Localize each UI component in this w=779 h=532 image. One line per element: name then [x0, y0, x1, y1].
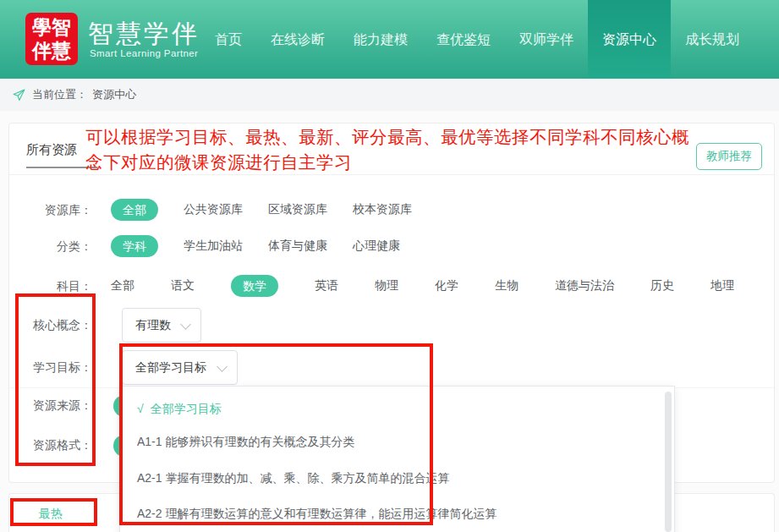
core-concept-value: 有理数 [135, 309, 171, 342]
nav-item-strength-review[interactable]: 查优鉴短 [422, 0, 505, 79]
core-concept-select[interactable]: 有理数 [122, 308, 201, 343]
chevron-down-icon [217, 361, 228, 372]
category-option-student-station[interactable]: 学生加油站 [184, 239, 243, 254]
nav-item-online-diagnosis[interactable]: 在线诊断 [256, 0, 339, 79]
filter-row-subject: 科目： 全部 语文 数学 英语 物理 化学 生物 道德与法治 历史 地理 [9, 274, 774, 298]
subject-options: 全部 语文 数学 英语 物理 化学 生物 道德与法治 历史 地理 [111, 274, 734, 298]
chevron-down-icon [180, 319, 191, 330]
subject-option-chinese[interactable]: 语文 [171, 278, 195, 293]
nav-item-resource-center[interactable]: 资源中心 [588, 0, 671, 79]
subject-option-history[interactable]: 历史 [650, 278, 674, 293]
nav-item-home[interactable]: 首页 [200, 0, 256, 79]
subject-option-geography[interactable]: 地理 [710, 278, 734, 293]
subject-option-biology[interactable]: 生物 [495, 278, 518, 293]
learning-goal-select[interactable]: 全部学习目标 [122, 350, 238, 385]
annotation-note-text: 可以根据学习目标、最热、最新、评分最高、最优等选择不同学科不同核心概念下对应的微… [85, 124, 696, 175]
nav-item-ability-modeling[interactable]: 能力建模 [339, 0, 422, 79]
dropdown-option-label: A2-2 理解有理数运算的意义和有理数运算律，能运用运算律简化运算 [137, 507, 496, 520]
resource-format-label: 资源格式： [9, 433, 92, 457]
breadcrumb-current: 资源中心 [92, 87, 136, 102]
resource-source-label: 资源来源： [9, 393, 92, 417]
learning-goal-label: 学习目标： [9, 355, 92, 379]
sort-tab-hot[interactable]: 最热 [39, 507, 63, 522]
app-logo-seal[interactable]: 學智 伴慧 [25, 13, 78, 65]
category-options: 学科 学生加油站 体育与健康 心理健康 [111, 234, 400, 258]
main-nav: 首页 在线诊断 能力建模 查优鉴短 双师学伴 资源中心 成长规划 [200, 0, 754, 79]
library-option-regional[interactable]: 区域资源库 [268, 202, 327, 217]
category-label: 分类： [9, 234, 92, 258]
library-options: 全部 公共资源库 区域资源库 校本资源库 [111, 198, 412, 222]
nav-item-growth-plan[interactable]: 成长规划 [671, 0, 754, 79]
dropdown-option-label: A2-1 掌握有理数的加、减、乘、除、乘方及简单的混合运算 [137, 471, 449, 485]
filter-row-library: 资源库： 全部 公共资源库 区域资源库 校本资源库 [9, 198, 774, 222]
dropdown-option-a2-2[interactable]: A2-2 理解有理数运算的意义和有理数运算律，能运用运算律简化运算 [137, 505, 496, 522]
breadcrumb: 当前位置： 资源中心 [0, 79, 779, 111]
library-label: 资源库： [9, 198, 92, 222]
logo-seal-line2: 伴慧 [25, 39, 78, 63]
subject-option-morality-law[interactable]: 道德与法治 [555, 278, 614, 293]
category-option-mental-health[interactable]: 心理健康 [353, 239, 400, 254]
check-icon: √ [137, 402, 144, 415]
brand-title: 智慧学伴 [88, 17, 200, 52]
category-option-subject[interactable]: 学科 [111, 235, 158, 257]
breadcrumb-label: 当前位置： [32, 87, 87, 102]
learning-goal-value: 全部学习目标 [135, 351, 206, 384]
logo-seal-line1: 學智 [25, 15, 78, 39]
subject-option-english[interactable]: 英语 [315, 278, 338, 293]
dropdown-scrollbar-thumb[interactable] [665, 392, 672, 532]
dropdown-option-label: 全部学习目标 [151, 402, 222, 415]
core-concept-label: 核心概念： [9, 313, 92, 337]
subject-option-physics[interactable]: 物理 [375, 278, 398, 293]
filter-row-category: 分类： 学科 学生加油站 体育与健康 心理健康 [9, 234, 774, 258]
teacher-recommend-button[interactable]: 教师推荐 [696, 143, 762, 170]
subject-label: 科目： [9, 274, 92, 298]
library-option-public[interactable]: 公共资源库 [184, 202, 243, 217]
send-icon [12, 88, 26, 102]
app-header: 學智 伴慧 智慧学伴 Smart Learning Partner 首页 在线诊… [0, 0, 779, 79]
nav-item-dual-teacher[interactable]: 双师学伴 [505, 0, 588, 79]
learning-goal-dropdown-panel: √全部学习目标 A1-1 能够辨识有理数的有关概念及其分类 A2-1 掌握有理数… [119, 386, 675, 532]
brand-subtitle: Smart Learning Partner [90, 48, 198, 58]
library-option-all[interactable]: 全部 [111, 199, 158, 221]
dropdown-option-a1-1[interactable]: A1-1 能够辨识有理数的有关概念及其分类 [137, 433, 354, 450]
dropdown-option-label: A1-1 能够辨识有理数的有关概念及其分类 [137, 435, 354, 448]
category-option-pe-health[interactable]: 体育与健康 [268, 239, 327, 254]
dropdown-option-all-goals[interactable]: √全部学习目标 [137, 400, 222, 417]
subject-option-all[interactable]: 全部 [111, 278, 134, 293]
subject-option-chemistry[interactable]: 化学 [435, 278, 458, 293]
subject-option-math[interactable]: 数学 [231, 275, 278, 297]
dropdown-option-a2-1[interactable]: A2-1 掌握有理数的加、减、乘、除、乘方及简单的混合运算 [137, 469, 449, 486]
library-option-school[interactable]: 校本资源库 [353, 202, 412, 217]
